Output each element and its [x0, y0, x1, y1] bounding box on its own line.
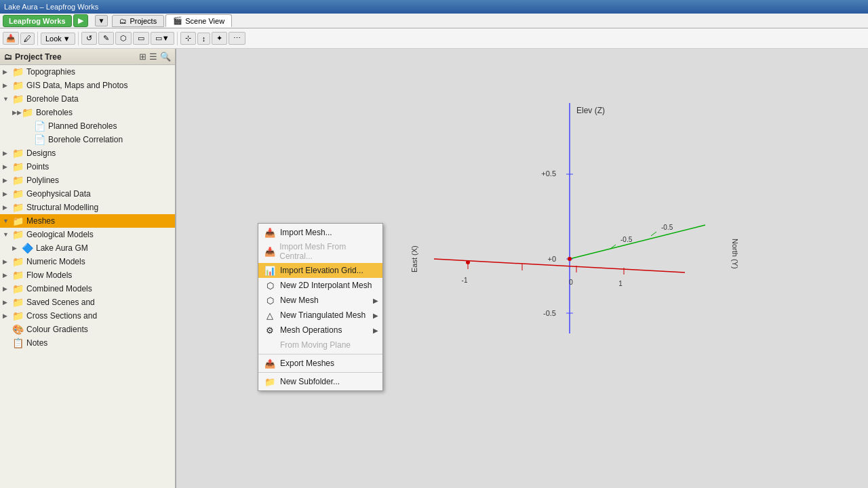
- tree-arrow: ▼: [3, 96, 12, 102]
- tree-item-planned-boreholes[interactable]: 📄 Planned Boreholes: [0, 119, 175, 133]
- tree-label: GIS Data, Maps and Photos: [26, 81, 127, 90]
- folder-icon: 📁: [12, 202, 24, 213]
- toolbar-select-btn[interactable]: 🖊: [20, 33, 35, 45]
- tree-item-gis-data[interactable]: ▶ 📁 GIS Data, Maps and Photos: [0, 79, 175, 92]
- tab-scene-view-label: Scene View: [185, 17, 224, 25]
- tree-item-designs[interactable]: ▶ 📁 Designs: [0, 146, 175, 160]
- tree-item-topographies[interactable]: ▶ 📁 Topographies: [0, 65, 175, 79]
- tree-arrow: ▶: [12, 245, 22, 251]
- tree-item-lake-aura-gm[interactable]: ▶ 🔷 Lake Aura GM: [0, 241, 175, 255]
- folder-icon: 📁: [12, 94, 24, 104]
- file-icon: 📄: [34, 134, 45, 145]
- menu-item-new-mesh[interactable]: ⬡ New Mesh ▶: [258, 293, 382, 308]
- tree-arrow: ▼: [3, 218, 12, 224]
- tree-item-meshes[interactable]: ▼ 📁 Meshes: [0, 214, 175, 228]
- tree-label: Meshes: [26, 216, 55, 226]
- play-button[interactable]: ▶: [73, 14, 88, 27]
- toolbar-look-btn[interactable]: Look ▼: [41, 33, 75, 45]
- tree-item-borehole-data[interactable]: ▼ 📁 Borehole Data: [0, 92, 175, 106]
- menu-item-mesh-operations[interactable]: ⚙ Mesh Operations ▶: [258, 323, 382, 338]
- title-bar: Lake Aura – Leapfrog Works: [0, 0, 868, 14]
- submenu-arrow-icon: ▶: [373, 327, 378, 334]
- tree-item-boreholes[interactable]: ▶▶ 📁 Boreholes: [0, 106, 175, 119]
- tree-item-flow-models[interactable]: ▶ 📁 Flow Models: [0, 268, 175, 282]
- menu-item-label: Import Elevation Grid...: [280, 266, 363, 275]
- tree-item-geophysical-data[interactable]: ▶ 📁 Geophysical Data: [0, 187, 175, 201]
- tree-arrow: ▼: [3, 231, 12, 238]
- tree-arrow: ▶: [3, 285, 12, 292]
- projects-icon: 🗂: [119, 17, 127, 25]
- menu-item-new-subfolder[interactable]: 📁 New Subfolder...: [258, 374, 382, 389]
- sidebar-search-btn[interactable]: 🔍: [160, 52, 171, 62]
- svg-text:+0.5: +0.5: [541, 169, 556, 178]
- tree-arrow: ▶: [3, 150, 12, 157]
- elevation-grid-icon: 📊: [264, 265, 276, 276]
- tree-label: Cross Sections and: [26, 311, 97, 321]
- menu-item-label: Import Mesh...: [280, 228, 332, 237]
- tree-label: Polylines: [26, 176, 59, 185]
- tree-item-notes[interactable]: 📋 Notes: [0, 336, 175, 350]
- toolbar-mesh-btn[interactable]: ⬡: [115, 32, 132, 45]
- dropdown-arrow-button[interactable]: ▼: [95, 15, 108, 26]
- toolbar-more-btn[interactable]: ⋯: [229, 32, 245, 45]
- toolbar-view-btn[interactable]: ▭▼: [151, 32, 174, 45]
- tree-item-saved-scenes[interactable]: ▶ 📁 Saved Scenes and: [0, 296, 175, 309]
- tree-label: Combined Models: [26, 284, 92, 293]
- tree-label: Numeric Models: [26, 257, 85, 266]
- sidebar-icon-grid[interactable]: ⊞: [139, 52, 146, 62]
- menu-item-new-2d-interpolant[interactable]: ⬡ New 2D Interpolant Mesh: [258, 278, 382, 293]
- toolbar-transform-btn[interactable]: ↕: [197, 33, 211, 45]
- look-arrow: ▼: [63, 35, 71, 43]
- tree-item-points[interactable]: ▶ 📁 Points: [0, 160, 175, 174]
- tree-label: Borehole Data: [26, 94, 79, 104]
- menu-item-import-mesh[interactable]: 📥 Import Mesh...: [258, 225, 382, 240]
- toolbar-rect-btn[interactable]: ▭: [133, 32, 149, 45]
- app-button[interactable]: Leapfrog Works: [3, 15, 72, 27]
- tree-item-combined-models[interactable]: ▶ 📁 Combined Models: [0, 282, 175, 296]
- folder-icon: 📁: [12, 256, 24, 267]
- toolbar-import-btn[interactable]: 📥: [3, 32, 19, 45]
- toolbar-pencil-btn[interactable]: ✎: [98, 32, 114, 45]
- sidebar-icon-menu[interactable]: ☰: [149, 52, 157, 62]
- svg-text:-0.5: -0.5: [620, 236, 633, 243]
- menu-item-import-elevation-grid[interactable]: 📊 Import Elevation Grid...: [258, 263, 382, 278]
- tab-projects-label: Projects: [130, 17, 157, 25]
- app-title: Lake Aura – Leapfrog Works: [4, 3, 98, 11]
- toolbar-rotate-btn[interactable]: ↺: [81, 32, 97, 45]
- tree-item-borehole-correlation[interactable]: 📄 Borehole Correlation: [0, 133, 175, 146]
- tree-item-cross-sections[interactable]: ▶ 📁 Cross Sections and: [0, 309, 175, 323]
- tab-scene-view[interactable]: 🎬 Scene View: [165, 14, 232, 27]
- svg-point-24: [568, 257, 572, 261]
- menu-item-label: New 2D Interpolant Mesh: [280, 281, 372, 290]
- new-2d-icon: ⬡: [264, 280, 276, 291]
- tree-arrow: ▶: [3, 190, 12, 197]
- tree-arrow: ▶: [3, 163, 12, 170]
- tree-label: Planned Boreholes: [48, 121, 117, 131]
- toolbar-select2-btn[interactable]: ⊹: [180, 32, 196, 45]
- tree-arrow: ▶: [3, 177, 12, 184]
- menu-item-export-meshes[interactable]: 📤 Export Meshes: [258, 356, 382, 371]
- notes-icon: 📋: [12, 338, 24, 348]
- tree-item-colour-gradients[interactable]: 🎨 Colour Gradients: [0, 323, 175, 336]
- tree-item-geological-models[interactable]: ▼ 📁 Geological Models: [0, 228, 175, 241]
- tree-label: Geological Models: [26, 230, 94, 239]
- context-menu: 📥 Import Mesh... 📥 Import Mesh From Cent…: [258, 223, 383, 391]
- tree-arrow: ▶: [3, 68, 12, 75]
- menu-item-new-triangulated-mesh[interactable]: △ New Triangulated Mesh ▶: [258, 308, 382, 323]
- tree-arrow: ▶: [3, 82, 12, 89]
- tree-label: Geophysical Data: [26, 189, 91, 199]
- toolbar: 📥 🖊 Look ▼ ↺ ✎ ⬡ ▭ ▭▼ ⊹ ↕ ✦ ⋯: [0, 28, 868, 49]
- tree-arrow: ▶: [3, 299, 12, 306]
- tree-item-numeric-models[interactable]: ▶ 📁 Numeric Models: [0, 255, 175, 268]
- new-mesh-icon: ⬡: [264, 295, 276, 306]
- tree-item-polylines[interactable]: ▶ 📁 Polylines: [0, 174, 175, 187]
- viewport[interactable]: +0.5 +0 -0.5 Elev (Z) -1 1 0 East (X) -0…: [176, 49, 868, 488]
- tab-bar: 🗂 Projects 🎬 Scene View: [112, 14, 232, 27]
- tab-projects[interactable]: 🗂 Projects: [112, 15, 164, 27]
- menu-item-label: Export Meshes: [280, 359, 334, 368]
- tree-label: Saved Scenes and: [26, 298, 95, 307]
- toolbar-snap-btn[interactable]: ✦: [212, 32, 227, 45]
- scene-view-icon: 🎬: [173, 16, 182, 25]
- folder-icon: 📁: [12, 229, 24, 240]
- tree-item-structural-modelling[interactable]: ▶ 📁 Structural Modelling: [0, 201, 175, 214]
